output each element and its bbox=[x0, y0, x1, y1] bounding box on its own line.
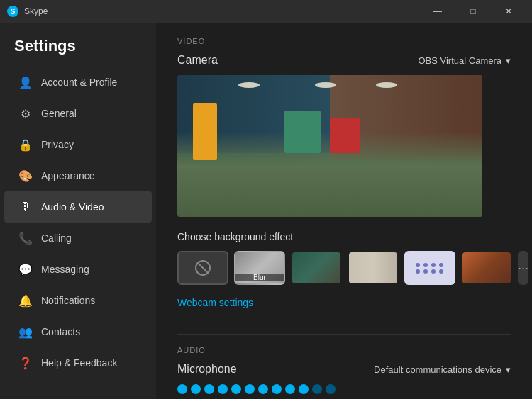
microphone-device-name: Default communications device bbox=[374, 364, 501, 375]
room-thumb bbox=[349, 252, 397, 283]
sidebar-item-general[interactable]: ⚙ General bbox=[4, 98, 152, 129]
sidebar-icon-notifications: 🔔 bbox=[18, 293, 33, 308]
sidebar-icon-audio-video: 🎙 bbox=[18, 200, 33, 214]
camera-dropdown-chevron: ▾ bbox=[506, 55, 511, 66]
microphone-dropdown[interactable]: Default communications device ▾ bbox=[374, 364, 511, 375]
scene-accent-3 bbox=[330, 118, 360, 153]
mic-dot-5 bbox=[245, 384, 255, 394]
sidebar-label-messaging: Messaging bbox=[41, 264, 89, 275]
mic-dot-6 bbox=[258, 384, 268, 394]
mic-dot-4 bbox=[231, 384, 241, 394]
audio-section-label: AUDIO bbox=[177, 346, 511, 354]
restore-button[interactable]: □ bbox=[457, 0, 489, 23]
sidebar-icon-privacy: 🔒 bbox=[18, 137, 33, 152]
app-icon: S bbox=[7, 6, 18, 17]
camera-row: Camera OBS Virtual Camera ▾ bbox=[177, 54, 511, 67]
bg-effect-abstract[interactable] bbox=[461, 251, 512, 285]
bg-effect-dots[interactable] bbox=[404, 251, 455, 285]
mic-dot-2 bbox=[204, 384, 214, 394]
sidebar-item-account[interactable]: 👤 Account & Profile bbox=[4, 67, 152, 98]
mic-dot-3 bbox=[218, 384, 228, 394]
more-icon: ··· bbox=[518, 261, 528, 276]
scene-light-2 bbox=[315, 82, 336, 88]
sidebar-label-contacts: Contacts bbox=[41, 326, 80, 337]
bg-effect-none[interactable] bbox=[177, 251, 228, 285]
abstract-thumb bbox=[462, 252, 511, 283]
camera-scene bbox=[177, 75, 482, 217]
scene-light-3 bbox=[376, 82, 397, 88]
sidebar-item-appearance[interactable]: 🎨 Appearance bbox=[4, 160, 152, 191]
sidebar-label-account: Account & Profile bbox=[41, 77, 117, 88]
mic-dot-11 bbox=[326, 384, 336, 394]
scene-accent-2 bbox=[284, 111, 321, 153]
sidebar-item-privacy[interactable]: 🔒 Privacy bbox=[4, 129, 152, 160]
mic-dot-9 bbox=[299, 384, 309, 394]
sidebar-label-privacy: Privacy bbox=[41, 139, 74, 150]
bg-effects-label: Choose background effect bbox=[177, 231, 511, 242]
sidebar-item-calling[interactable]: 📞 Calling bbox=[4, 223, 152, 254]
close-button[interactable]: ✕ bbox=[492, 0, 525, 23]
scene-accent-1 bbox=[193, 103, 217, 160]
sidebar-item-help[interactable]: ❓ Help & Feedback bbox=[4, 347, 152, 378]
sidebar-icon-help: ❓ bbox=[18, 356, 33, 370]
blur-label: Blur bbox=[235, 274, 284, 281]
sidebar-label-help: Help & Feedback bbox=[41, 357, 117, 369]
mic-dot-8 bbox=[285, 384, 295, 394]
camera-preview bbox=[177, 75, 482, 217]
sidebar-label-audio-video: Audio & Video bbox=[41, 201, 104, 213]
sidebar-item-audio-video[interactable]: 🎙 Audio & Video bbox=[4, 191, 152, 223]
none-icon bbox=[194, 259, 211, 276]
mic-dot-1 bbox=[191, 384, 201, 394]
app-title: Skype bbox=[24, 6, 421, 16]
sidebar-label-general: General bbox=[41, 108, 77, 119]
mic-dot-10 bbox=[312, 384, 322, 394]
video-section-label: VIDEO bbox=[177, 37, 511, 45]
camera-label: Camera bbox=[177, 54, 218, 67]
sidebar-icon-general: ⚙ bbox=[18, 106, 33, 120]
sidebar-icon-contacts: 👥 bbox=[18, 325, 33, 339]
bg-effect-more[interactable]: ··· bbox=[518, 251, 528, 285]
sidebar-item-notifications[interactable]: 🔔 Notifications bbox=[4, 285, 152, 316]
mic-dot-7 bbox=[272, 384, 282, 394]
sidebar-label-calling: Calling bbox=[41, 232, 72, 244]
bg-effect-room[interactable] bbox=[348, 251, 399, 285]
mic-level-indicator bbox=[177, 384, 511, 394]
sidebar-icon-calling: 📞 bbox=[18, 231, 33, 245]
camera-dropdown[interactable]: OBS Virtual Camera ▾ bbox=[418, 55, 511, 66]
dots-pattern bbox=[416, 263, 445, 274]
sidebar-icon-account: 👤 bbox=[18, 75, 33, 89]
sidebar-icon-appearance: 🎨 bbox=[18, 169, 33, 183]
scene-light-1 bbox=[238, 82, 260, 88]
sidebar-item-contacts[interactable]: 👥 Contacts bbox=[4, 316, 152, 347]
window-controls: — □ ✕ bbox=[421, 0, 525, 23]
content-area: VIDEO Camera OBS Virtual Camera ▾ bbox=[156, 23, 532, 399]
main-layout: Settings 👤 Account & Profile ⚙ General 🔒… bbox=[0, 23, 532, 399]
webcam-settings-link[interactable]: Webcam settings bbox=[177, 297, 253, 308]
title-bar: S Skype — □ ✕ bbox=[0, 0, 532, 23]
divider bbox=[177, 334, 511, 335]
bg-effects-row: Blur bbox=[177, 251, 511, 285]
sidebar-item-messaging[interactable]: 💬 Messaging bbox=[4, 254, 152, 285]
sidebar-label-notifications: Notifications bbox=[41, 295, 95, 306]
bg-effect-office[interactable] bbox=[291, 251, 342, 285]
office-thumb bbox=[292, 252, 340, 283]
sidebar-nav: 👤 Account & Profile ⚙ General 🔒 Privacy … bbox=[0, 67, 156, 378]
microphone-label: Microphone bbox=[177, 363, 237, 376]
sidebar: Settings 👤 Account & Profile ⚙ General 🔒… bbox=[0, 23, 156, 399]
microphone-row: Microphone Default communications device… bbox=[177, 363, 511, 376]
camera-device-name: OBS Virtual Camera bbox=[418, 55, 501, 66]
mic-dot-0 bbox=[177, 384, 187, 394]
bg-effect-blur[interactable]: Blur bbox=[234, 251, 285, 285]
settings-title: Settings bbox=[0, 23, 156, 67]
minimize-button[interactable]: — bbox=[421, 0, 454, 23]
microphone-dropdown-chevron: ▾ bbox=[506, 364, 511, 375]
sidebar-label-appearance: Appearance bbox=[41, 170, 95, 181]
svg-line-1 bbox=[197, 262, 209, 274]
sidebar-icon-messaging: 💬 bbox=[18, 262, 33, 276]
